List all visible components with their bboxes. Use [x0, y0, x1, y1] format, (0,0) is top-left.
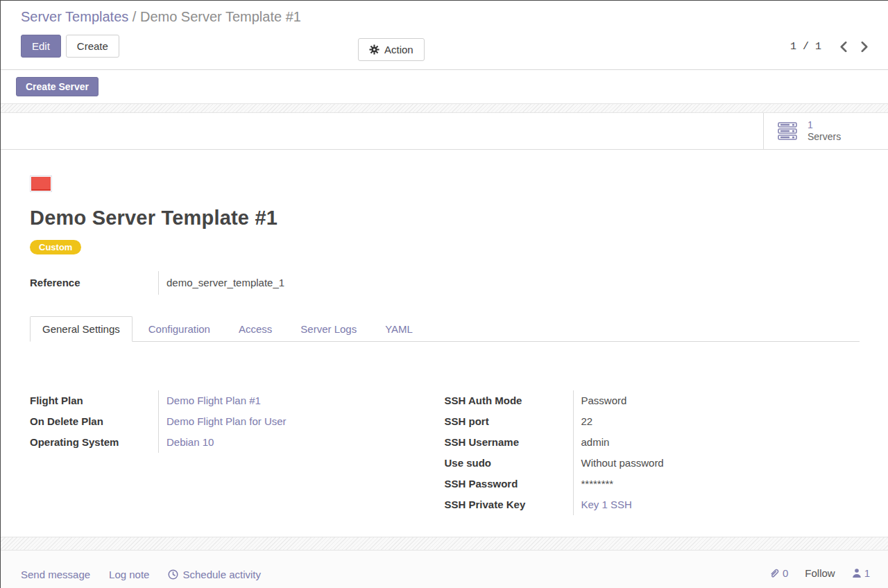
chatter: Send message Log note Schedule activity …	[1, 551, 888, 588]
ssh-auth-mode-label: SSH Auth Mode	[445, 390, 573, 411]
ssh-username-value: admin	[581, 432, 664, 453]
send-message-button[interactable]: Send message	[21, 569, 90, 580]
tab-configuration[interactable]: Configuration	[136, 316, 223, 342]
attachments-count: 0	[783, 567, 788, 579]
control-panel-buttons: Edit Create	[21, 35, 888, 58]
log-note-button[interactable]: Log note	[109, 569, 149, 580]
on-delete-plan-label: On Delete Plan	[30, 411, 158, 432]
gear-icon	[369, 44, 379, 55]
template-image-thumbnail[interactable]	[30, 175, 52, 192]
schedule-activity-button[interactable]: Schedule activity	[168, 569, 261, 580]
action-button[interactable]: Action	[358, 38, 425, 61]
field-separator	[158, 271, 159, 295]
flight-plan-value[interactable]: Demo Flight Plan #1	[166, 390, 287, 411]
create-button[interactable]: Create	[66, 35, 119, 58]
reference-value: demo_server_template_1	[166, 271, 284, 295]
notebook-tabs: General Settings Configuration Access Se…	[30, 315, 860, 342]
ssh-auth-mode-value: Password	[581, 390, 664, 411]
custom-badge: Custom	[30, 240, 81, 254]
ssh-port-label: SSH port	[445, 411, 573, 432]
breadcrumb-parent-link[interactable]: Server Templates	[21, 9, 128, 24]
person-icon	[852, 568, 862, 578]
clock-icon	[168, 569, 178, 580]
ssh-private-key-value[interactable]: Key 1 SSH	[581, 494, 664, 515]
create-server-button[interactable]: Create Server	[16, 77, 99, 96]
prev-icon[interactable]	[839, 41, 848, 53]
breadcrumb-current: Demo Server Template #1	[140, 9, 301, 24]
action-button-label: Action	[384, 44, 413, 55]
breadcrumb: Server Templates / Demo Server Template …	[21, 9, 888, 25]
action-menu: Action	[358, 38, 425, 61]
breadcrumb-separator: /	[133, 9, 140, 24]
reference-label: Reference	[30, 271, 158, 295]
right-field-group: SSH Auth Mode SSH port SSH Username Use …	[445, 390, 860, 515]
schedule-activity-label: Schedule activity	[182, 569, 261, 580]
pager-value: 1 / 1	[790, 41, 821, 53]
operating-system-value[interactable]: Debian 10	[166, 432, 287, 453]
on-delete-plan-value[interactable]: Demo Flight Plan for User	[166, 411, 287, 432]
background-stripe-bottom	[1, 537, 888, 551]
button-box: 1 Servers	[1, 113, 888, 150]
ssh-password-value: ********	[581, 474, 664, 494]
status-bar: Create Server	[1, 70, 888, 103]
use-sudo-value: Without password	[581, 453, 664, 474]
followers-count: 1	[864, 567, 870, 579]
servers-stat-button[interactable]: 1 Servers	[763, 113, 888, 149]
reference-field-group: Reference demo_server_template_1	[30, 271, 859, 295]
field-separator	[573, 390, 574, 515]
chatter-right: 0 Follow 1	[769, 567, 870, 579]
servers-icon	[778, 122, 800, 141]
sheet-body: Demo Server Template #1 Custom Reference…	[1, 150, 888, 515]
form-sheet: 1 Servers Demo Server Template #1 Custom…	[1, 113, 888, 537]
use-sudo-label: Use sudo	[445, 453, 573, 474]
edit-button[interactable]: Edit	[21, 35, 61, 58]
follow-button[interactable]: Follow	[805, 567, 835, 579]
tab-yaml[interactable]: YAML	[373, 316, 425, 342]
left-field-group: Flight Plan On Delete Plan Operating Sys…	[30, 390, 445, 453]
operating-system-label: Operating System	[30, 432, 158, 453]
tab-general-settings[interactable]: General Settings	[30, 316, 133, 342]
followers-button[interactable]: 1	[852, 567, 870, 579]
background-stripe-top	[1, 103, 888, 113]
ssh-username-label: SSH Username	[445, 432, 573, 453]
flight-plan-label: Flight Plan	[30, 390, 158, 411]
attachments-button[interactable]: 0	[769, 567, 788, 579]
ssh-port-value: 22	[581, 411, 664, 432]
tab-access[interactable]: Access	[226, 316, 284, 342]
pager: 1 / 1	[790, 41, 869, 53]
field-separator	[158, 390, 159, 453]
tab-server-logs[interactable]: Server Logs	[288, 316, 369, 342]
chatter-actions: Send message Log note Schedule activity	[21, 569, 888, 580]
next-icon[interactable]	[860, 41, 869, 53]
control-panel: Server Templates / Demo Server Template …	[1, 1, 888, 70]
paperclip-icon	[769, 568, 780, 579]
tab-content-general-settings: Flight Plan On Delete Plan Operating Sys…	[30, 374, 859, 515]
stat-text: 1 Servers	[808, 119, 841, 143]
ssh-private-key-label: SSH Private Key	[445, 494, 573, 515]
thumbnail-red-fill	[31, 177, 51, 191]
stat-label: Servers	[808, 131, 841, 143]
stat-value: 1	[808, 119, 841, 131]
ssh-password-label: SSH Password	[445, 474, 573, 494]
app-window: Server Templates / Demo Server Template …	[0, 0, 888, 588]
page-title: Demo Server Template #1	[30, 207, 859, 230]
